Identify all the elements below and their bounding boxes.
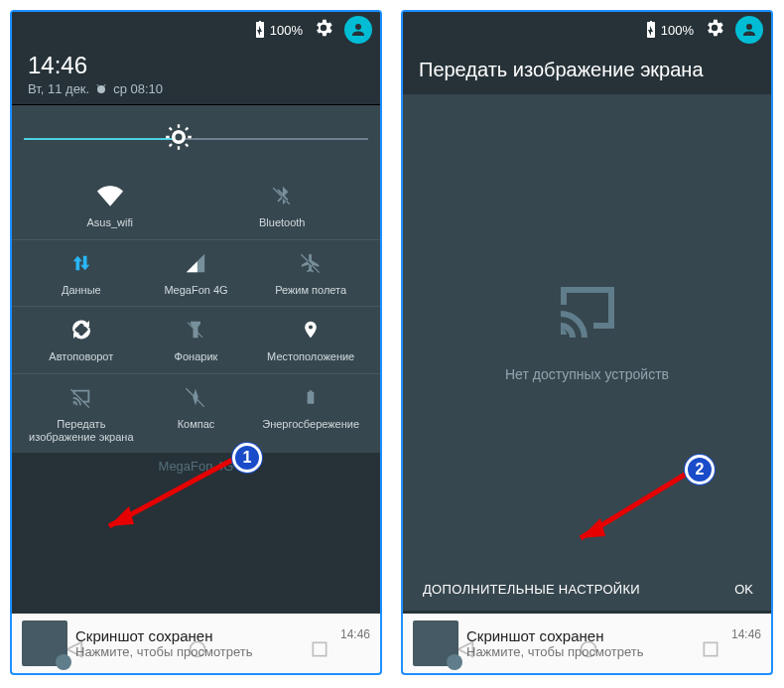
tile-location[interactable]: Местоположение bbox=[253, 307, 368, 373]
tile-wifi[interactable]: Asus_wifi bbox=[24, 173, 196, 239]
svg-line-6 bbox=[186, 144, 188, 146]
svg-line-7 bbox=[170, 144, 172, 146]
wifi-icon bbox=[97, 183, 123, 208]
tile-flashlight[interactable]: Фонарик bbox=[139, 307, 254, 373]
svg-line-8 bbox=[186, 128, 188, 130]
battery-charging-icon: 100% bbox=[645, 21, 694, 39]
notification-screenshot[interactable]: Скриншот сохранен Нажмите, чтобы просмот… bbox=[12, 614, 380, 673]
battery-saver-icon bbox=[303, 385, 319, 409]
svg-point-9 bbox=[176, 134, 183, 141]
signal-icon bbox=[185, 252, 206, 274]
compass-off-icon bbox=[185, 386, 206, 408]
data-arrows-icon bbox=[70, 252, 92, 274]
tile-cast[interactable]: Передать изображение экрана bbox=[24, 374, 139, 453]
time-label: 14:46 bbox=[28, 52, 364, 79]
status-bar: 100% bbox=[403, 12, 771, 48]
notification-screenshot[interactable]: Скриншот сохранен Нажмите, чтобы просмот… bbox=[403, 614, 771, 673]
autorotate-icon bbox=[69, 318, 93, 342]
battery-pct: 100% bbox=[270, 23, 303, 38]
airplane-off-icon bbox=[300, 252, 322, 274]
location-icon bbox=[301, 318, 321, 342]
brightness-auto-icon bbox=[165, 123, 193, 155]
tile-data[interactable]: Данные bbox=[24, 240, 139, 307]
quick-settings: Asus_wifi Bluetooth Данные MegaFon 4G Ре… bbox=[12, 105, 380, 453]
flashlight-off-icon bbox=[186, 318, 205, 342]
tile-autorotate[interactable]: Автоповорот bbox=[24, 307, 139, 373]
settings-icon[interactable] bbox=[313, 17, 334, 43]
settings-icon[interactable] bbox=[704, 17, 725, 43]
advanced-settings-button[interactable]: ДОПОЛНИТЕЛЬНЫЕ НАСТРОЙКИ bbox=[421, 582, 711, 597]
phone-left: 100% 14:46 Вт, 11 дек. ср 08:10 Asus_wif… bbox=[10, 10, 382, 675]
status-bar: 100% bbox=[12, 12, 380, 48]
clock-panel[interactable]: 14:46 Вт, 11 дек. ср 08:10 bbox=[12, 48, 380, 105]
tile-compass[interactable]: Компас bbox=[139, 374, 254, 453]
tile-battery-saver[interactable]: Энергосбережение bbox=[253, 374, 368, 453]
battery-charging-icon: 100% bbox=[254, 21, 303, 39]
cast-large-icon bbox=[552, 281, 623, 341]
bluetooth-off-icon bbox=[271, 185, 293, 206]
tile-airplane[interactable]: Режим полета bbox=[253, 240, 368, 307]
carrier-ghost: MegaFon 4G bbox=[12, 453, 380, 474]
user-avatar-icon[interactable] bbox=[344, 16, 372, 44]
annotation-badge-2: 2 bbox=[685, 455, 715, 484]
screenshot-thumb-icon bbox=[413, 620, 458, 666]
cast-empty-message: Нет доступных устройств bbox=[505, 366, 669, 382]
phone-right: 100% Передать изображение экрана Нет дос… bbox=[401, 10, 773, 675]
alarm-label: ср 08:10 bbox=[113, 81, 163, 96]
ok-button[interactable]: OK bbox=[734, 582, 753, 597]
cast-dialog-body: Нет доступных устройств ДОПОЛНИТЕЛЬНЫЕ Н… bbox=[403, 94, 771, 611]
brightness-slider[interactable] bbox=[24, 119, 368, 159]
tile-bluetooth[interactable]: Bluetooth bbox=[196, 173, 369, 239]
screenshot-thumb-icon bbox=[22, 620, 67, 666]
cast-dialog-title: Передать изображение экрана bbox=[403, 48, 771, 94]
cast-off-icon bbox=[68, 386, 94, 408]
tile-signal[interactable]: MegaFon 4G bbox=[139, 240, 254, 307]
svg-line-5 bbox=[170, 128, 172, 130]
date-label: Вт, 11 дек. bbox=[28, 81, 89, 96]
user-avatar-icon[interactable] bbox=[735, 16, 763, 44]
alarm-icon bbox=[95, 83, 107, 95]
annotation-badge-1: 1 bbox=[232, 443, 262, 473]
